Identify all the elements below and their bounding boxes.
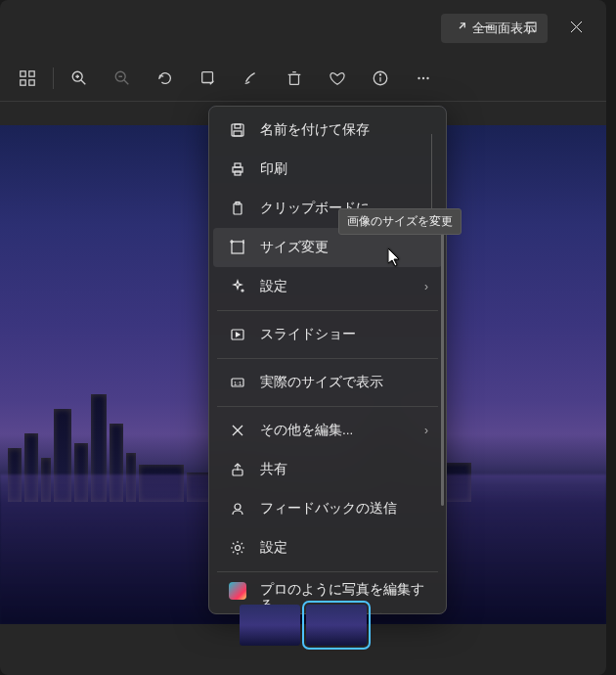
clipboard-icon [229, 200, 246, 217]
edit-image-icon [199, 69, 217, 87]
svg-rect-29 [235, 163, 241, 167]
menu-item-label: フィードバックの送信 [260, 500, 397, 518]
more-button[interactable] [402, 59, 445, 98]
thumbnail-selected[interactable] [306, 605, 367, 646]
menu-scrollbar-thumb[interactable] [441, 232, 444, 506]
info-icon [372, 69, 389, 87]
svg-rect-6 [21, 79, 25, 84]
titlebar: 全画面表示 [0, 0, 606, 55]
resize-icon [229, 239, 246, 256]
feedback-icon [229, 500, 246, 518]
zoom-in-icon [70, 69, 88, 87]
svg-rect-1 [527, 22, 536, 31]
svg-rect-31 [234, 203, 242, 214]
menu-item-share[interactable]: 共有 [213, 450, 442, 489]
favorite-button[interactable] [316, 59, 359, 98]
chevron-right-icon: › [424, 280, 428, 293]
play-icon [229, 326, 246, 343]
mouse-cursor [388, 248, 404, 272]
svg-rect-5 [29, 70, 34, 75]
svg-rect-33 [232, 242, 243, 253]
svg-marker-48 [388, 248, 399, 266]
trash-icon [286, 69, 303, 87]
menu-separator [217, 310, 438, 311]
svg-rect-4 [21, 70, 25, 75]
maximize-button[interactable] [508, 12, 553, 41]
toolbar [0, 55, 606, 102]
separator [53, 68, 54, 89]
chevron-right-icon: › [424, 424, 428, 437]
heart-icon [329, 69, 346, 87]
menu-item-print[interactable]: 印刷 [213, 150, 442, 189]
view-all-button[interactable] [6, 59, 49, 98]
svg-line-13 [124, 79, 129, 84]
menu-item-actual-size[interactable]: 1:1 実際のサイズで表示 [213, 363, 442, 402]
menu-item-label: 印刷 [260, 160, 287, 178]
rotate-button[interactable] [144, 59, 187, 98]
info-button[interactable] [359, 59, 402, 98]
menu-item-label: 名前を付けて保存 [260, 121, 370, 139]
close-icon [571, 22, 582, 32]
window-controls [463, 12, 598, 41]
svg-point-46 [235, 504, 241, 510]
one-to-one-icon: 1:1 [229, 374, 246, 391]
svg-point-47 [236, 546, 241, 551]
delete-button[interactable] [273, 59, 316, 98]
rotate-icon [156, 69, 174, 87]
edit-button[interactable] [187, 59, 230, 98]
svg-rect-16 [290, 74, 299, 84]
minimize-icon [481, 22, 492, 32]
menu-item-slideshow[interactable]: スライドショー [213, 315, 442, 354]
grid-icon [19, 69, 36, 87]
zoom-out-button[interactable] [101, 59, 144, 98]
svg-rect-15 [202, 71, 213, 82]
svg-point-24 [426, 76, 428, 78]
share-icon [229, 461, 246, 478]
context-menu: 名前を付けて保存 印刷 クリップボードに サイズ変更 設定 › スライドショー … [208, 106, 447, 614]
menu-item-save-as[interactable]: 名前を付けて保存 [213, 111, 442, 150]
markup-button[interactable] [230, 59, 273, 98]
menu-separator [217, 406, 438, 407]
draw-icon [242, 69, 260, 87]
zoom-in-button[interactable] [58, 59, 101, 98]
menu-item-label: 設定 [260, 539, 287, 557]
tooltip: 画像のサイズを変更 [338, 208, 462, 235]
maximize-icon [526, 22, 537, 32]
menu-item-label: サイズ変更 [260, 239, 329, 256]
svg-text:1:1: 1:1 [234, 381, 242, 386]
menu-item-feedback[interactable]: フィードバックの送信 [213, 489, 442, 528]
more-icon [415, 69, 432, 87]
svg-point-21 [379, 73, 380, 74]
menu-separator [217, 571, 438, 572]
menu-item-label: 実際のサイズで表示 [260, 374, 383, 391]
close-button[interactable] [553, 12, 598, 41]
minimize-button[interactable] [463, 12, 508, 41]
thumbnail[interactable] [240, 605, 300, 646]
svg-rect-7 [29, 79, 34, 84]
menu-item-label: 共有 [260, 461, 287, 478]
svg-line-9 [81, 79, 86, 84]
save-icon [229, 121, 246, 139]
print-icon [229, 160, 246, 178]
tooltip-text: 画像のサイズを変更 [347, 214, 453, 228]
svg-marker-39 [237, 333, 241, 337]
svg-point-23 [422, 76, 424, 78]
tools-icon [229, 422, 246, 439]
menu-item-label: スライドショー [260, 326, 356, 343]
zoom-out-icon [113, 69, 131, 87]
filmstrip [0, 605, 606, 646]
menu-separator [217, 358, 438, 359]
sparkle-icon [229, 278, 246, 295]
svg-rect-27 [234, 131, 242, 136]
menu-item-label: 設定 [260, 278, 287, 295]
svg-point-37 [242, 290, 243, 292]
menu-item-edit-more[interactable]: その他を編集... › [213, 411, 442, 450]
gear-icon [229, 539, 246, 557]
svg-rect-26 [235, 124, 241, 128]
svg-point-22 [418, 76, 419, 78]
menu-item-settings[interactable]: 設定 [213, 528, 442, 567]
menu-item-appearance[interactable]: 設定 › [213, 267, 442, 306]
store-badge-icon [229, 582, 246, 600]
menu-item-label: その他を編集... [260, 422, 353, 439]
